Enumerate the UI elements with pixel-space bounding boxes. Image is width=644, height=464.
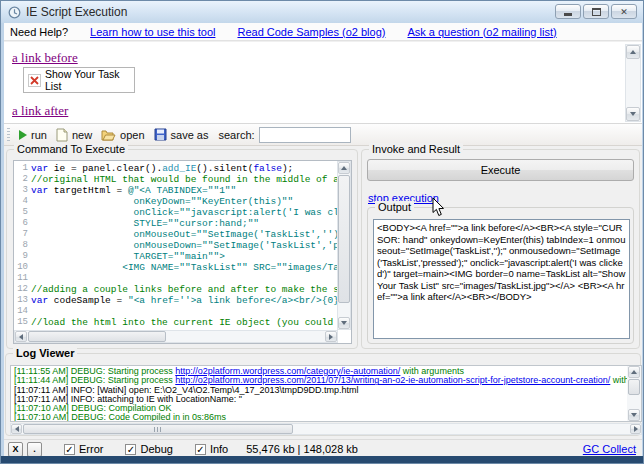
link-after[interactable]: a link after [12,103,68,119]
line-number: 4 [14,196,31,207]
log-line[interactable]: [11:11:44 AM] DEBUG: Starting process ht… [14,376,641,385]
code-text: //load the html into the current IE obje… [31,317,338,328]
scroll-left-button[interactable] [15,331,27,342]
code-line[interactable]: 5 onClick=""javascript:alert('I was clic… [14,207,338,218]
code-line[interactable]: 8 onMouseDown=""SetImage('TaskList','pre… [14,240,338,251]
minimize-icon [564,13,572,16]
log-line[interactable]: [11:07:10 AM] DEBUG: Code Compiled in in… [14,413,641,422]
code-line[interactable]: 15//load the html into the current IE ob… [14,317,338,328]
log-panel-title: Log Viewer [13,347,77,359]
scroll-down-button[interactable] [628,409,640,421]
hscroll-thumb[interactable] [23,424,293,434]
checkbox-icon[interactable]: ✓ [64,444,75,455]
help-link-learn[interactable]: Learn how to use this tool [90,26,215,38]
code-line[interactable]: 12//adding a couple links before and aft… [14,284,338,295]
code-line[interactable]: 9 TARGET=""main""> [14,251,338,262]
close-icon: ✕ [620,7,628,17]
search-label: search: [219,129,255,141]
code-line[interactable]: 14 [14,306,338,317]
close-button[interactable]: ✕ [611,4,637,19]
scroll-down-button[interactable] [338,317,350,329]
scroll-up-button[interactable] [626,45,640,59]
log-hscrollbar[interactable] [10,423,642,435]
scroll-down-button[interactable] [626,107,640,121]
open-button[interactable]: open [101,129,144,141]
vscroll-thumb[interactable] [628,379,640,395]
code-text: STYLE=""cursor:hand;"" [31,218,259,229]
code-line[interactable]: 11 [14,273,338,284]
dot-button[interactable]: . [27,442,42,457]
execute-button[interactable]: Execute [367,159,634,181]
filter-checkbox-info[interactable]: ✓Info [195,443,228,455]
vscroll-thumb[interactable] [338,175,350,303]
browser-vscrollbar[interactable] [625,44,641,122]
saveas-button[interactable]: save as [154,128,209,141]
checkbox-label: Debug [140,443,172,455]
scroll-left-button[interactable] [11,424,22,434]
window-title: IE Script Execution [26,5,127,19]
checkbox-icon[interactable]: ✓ [125,444,136,455]
minimize-button[interactable] [555,4,581,19]
code-editor[interactable]: 1var ie = panel.clear().add_IE().silent(… [13,160,352,344]
run-button[interactable]: run [19,129,47,141]
log-panel: Log Viewer [11:11:55 AM] DEBUG: Starting… [5,353,641,436]
gc-collect-link[interactable]: GC Collect [583,443,636,455]
help-link-ask-question[interactable]: Ask a question (o2 mailing list) [407,26,556,38]
code-text: var targetHtml = @"<A TABINDEX=""1"" [31,185,236,196]
search-input[interactable] [259,127,351,143]
log-line[interactable]: [11:07:11 AM] INFO: attaching to IE with… [14,395,641,404]
log-vscrollbar[interactable] [627,366,641,421]
image-alt-text: Show Your Task List [45,68,134,92]
toolbar-grip[interactable] [7,128,10,142]
filter-checkbox-error[interactable]: ✓Error [64,443,103,455]
code-line[interactable]: 3var targetHtml = @"<A TABINDEX=""1"" [14,185,338,196]
memory-usage: 55,476 kb | 148,028 kb [246,443,358,455]
log-line[interactable]: [11:07:10 AM] DEBUG: Compilation OK [14,404,641,413]
scroll-up-button[interactable] [338,162,350,174]
hscroll-thumb[interactable] [28,331,166,342]
log-list[interactable]: [11:11:55 AM] DEBUG: Starting process ht… [10,365,642,422]
log-url-link[interactable]: http://o2platform.wordpress.com/category… [175,367,400,376]
help-link-code-samples[interactable]: Read Code Samples (o2 blog) [237,26,385,38]
code-text: onMouseOut=""SetImage('TaskList','');"" [31,229,338,240]
code-lines: 1var ie = panel.clear().add_IE().silent(… [14,163,338,330]
code-line[interactable]: 10 <IMG NAME=""TaskList"" SRC=""images/T… [14,262,338,273]
code-line[interactable]: 7 onMouseOut=""SetImage('TaskList','');"… [14,229,338,240]
code-line[interactable]: 1var ie = panel.clear().add_IE().silent(… [14,163,338,174]
checkbox-icon[interactable]: ✓ [195,444,206,455]
line-number: 14 [14,306,31,317]
broken-image-box[interactable]: Show Your Task List [23,67,135,93]
line-number: 7 [14,229,31,240]
output-textarea[interactable]: <BODY><A href="">a link before</A><BR><A… [373,219,630,339]
editor-hscrollbar[interactable] [14,330,338,343]
log-text: [11:11:44 AM] DEBUG: Starting process [14,376,175,385]
invoke-panel-title: Invoke and Result [369,143,463,155]
checkbox-label: Error [79,443,103,455]
code-line[interactable]: 6 STYLE=""cursor:hand;"" [14,218,338,229]
window-content: Need Help? Learn how to use this tool Re… [4,23,642,458]
log-line[interactable]: [11:11:55 AM] DEBUG: Starting process ht… [14,367,641,376]
link-before[interactable]: a link before [12,50,78,66]
new-button[interactable]: new [56,128,92,142]
log-url-link[interactable]: http://o2platform.wordpress.com/2011/07/… [175,376,610,385]
code-text: var codeSample = "<a href=''>a link befo… [31,295,338,306]
log-text: [11:07:11 AM] INFO: attaching to IE with… [14,395,242,404]
output-panel-title: Output [375,201,414,213]
code-line[interactable]: 4 onKeyDown=""KeyEnter(this)"" [14,196,338,207]
scroll-right-button[interactable] [630,424,641,434]
title-bar[interactable]: IE Script Execution ✕ [1,1,644,23]
editor-vscrollbar[interactable] [337,161,351,330]
clear-log-button[interactable]: X [8,442,23,457]
code-line[interactable]: 2//original HTML that would be found in … [14,174,338,185]
maximize-button[interactable] [583,4,609,19]
log-text: [11:07:10 AM] DEBUG: Code Compiled in in… [14,413,226,422]
filter-checkbox-debug[interactable]: ✓Debug [125,443,172,455]
code-line[interactable]: 13var codeSample = "<a href=''>a link be… [14,295,338,306]
scroll-up-button[interactable] [628,366,640,378]
log-line[interactable]: [11:07:11 AM] INFO: [WatiN] open: E:\O2_… [14,386,641,395]
line-number: 2 [14,174,31,185]
scroll-right-button[interactable] [325,331,337,342]
maximize-icon [592,8,601,16]
code-text: var ie = panel.clear().add_IE().silent(f… [31,163,293,174]
line-number: 5 [14,207,31,218]
